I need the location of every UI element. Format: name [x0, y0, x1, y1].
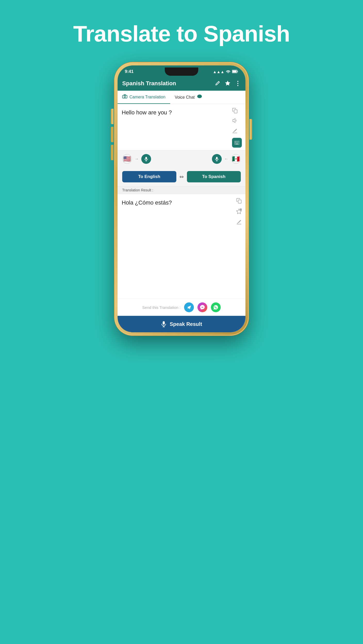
- svg-text:+: +: [240, 209, 241, 210]
- app-header: Spanish Translation ⋮: [118, 76, 245, 91]
- svg-rect-16: [238, 143, 238, 143]
- messenger-share-button[interactable]: [197, 302, 207, 312]
- svg-rect-9: [235, 142, 236, 142]
- telegram-share-button[interactable]: [184, 302, 194, 312]
- svg-point-4: [124, 96, 126, 98]
- input-text: Hello how are you ?: [122, 108, 241, 117]
- input-area: Hello how are you ?: [118, 104, 245, 150]
- svg-point-5: [197, 95, 202, 98]
- svg-rect-15: [237, 143, 237, 143]
- swap-icon[interactable]: ⇔: [179, 174, 184, 180]
- flag-english[interactable]: 🇺🇸: [122, 154, 132, 164]
- phone-mockup: 9:41 ▲▲▲ Spanish Transla: [114, 62, 249, 335]
- more-icon[interactable]: ⋮: [235, 80, 241, 87]
- battery-icon: [232, 70, 238, 74]
- tab-camera[interactable]: Camera Translation: [118, 91, 170, 104]
- svg-rect-12: [238, 142, 238, 142]
- speaker-icon[interactable]: [232, 118, 242, 125]
- svg-rect-13: [235, 143, 236, 143]
- status-time: 9:41: [125, 69, 134, 74]
- keyboard-button[interactable]: [232, 138, 242, 148]
- svg-marker-2: [225, 81, 230, 86]
- svg-rect-18: [145, 157, 147, 159]
- result-label: Translation Result :: [118, 186, 245, 194]
- to-spanish-button[interactable]: To Spanish: [187, 171, 241, 182]
- share-row: Send this Translation :: [118, 299, 245, 316]
- edit-icon[interactable]: [215, 80, 221, 87]
- lang-left: 🇺🇸 →: [122, 154, 151, 164]
- tab-voice[interactable]: Voice Chat: [170, 91, 207, 104]
- arrow-from-mic: ←: [224, 157, 228, 161]
- output-actions: +: [236, 198, 242, 226]
- copy-icon[interactable]: [232, 108, 242, 115]
- arrow-to-mic: →: [135, 157, 139, 161]
- tab-bar: Camera Translation Voice Chat: [118, 91, 245, 104]
- output-area: Hola ¿Cómo estás? +: [118, 194, 245, 299]
- svg-rect-11: [237, 142, 237, 142]
- erase-icon[interactable]: [232, 128, 242, 135]
- output-copy-icon[interactable]: [236, 198, 242, 205]
- star-icon[interactable]: [225, 80, 230, 87]
- mic-left[interactable]: [141, 154, 151, 164]
- lang-right: ← 🇲🇽: [212, 154, 241, 164]
- svg-rect-1: [233, 70, 237, 72]
- camera-icon: [122, 94, 127, 100]
- app-header-title: Spanish Translation: [122, 80, 215, 87]
- speak-result-button[interactable]: Speak Result: [118, 316, 245, 332]
- output-text: Hola ¿Cómo estás?: [122, 198, 241, 207]
- whatsapp-share-button[interactable]: [211, 302, 221, 312]
- mic-right[interactable]: [212, 154, 222, 164]
- signal-icon: ▲▲▲: [213, 70, 224, 74]
- output-erase-icon[interactable]: [236, 219, 242, 226]
- speak-result-label: Speak Result: [170, 321, 202, 327]
- wifi-icon: [226, 70, 230, 74]
- svg-rect-21: [216, 157, 218, 159]
- svg-rect-6: [234, 110, 237, 113]
- to-english-button[interactable]: To English: [122, 171, 176, 182]
- status-icons: ▲▲▲: [213, 70, 238, 74]
- svg-rect-17: [236, 144, 238, 144]
- phone-screen: 9:41 ▲▲▲ Spanish Transla: [118, 65, 245, 332]
- share-label: Send this Translation :: [142, 305, 180, 310]
- svg-rect-14: [236, 143, 237, 143]
- tab-camera-label: Camera Translation: [129, 95, 166, 99]
- header-icons: ⋮: [215, 80, 241, 87]
- flag-spanish[interactable]: 🇲🇽: [231, 154, 241, 164]
- output-star-icon[interactable]: +: [236, 208, 242, 215]
- phone-notch: [165, 67, 198, 76]
- translation-buttons: To English ⇔ To Spanish: [118, 167, 245, 186]
- lang-selector: 🇺🇸 →: [118, 150, 245, 167]
- svg-rect-24: [238, 200, 241, 203]
- input-actions: [232, 108, 242, 148]
- svg-rect-28: [163, 321, 165, 325]
- svg-marker-7: [233, 118, 235, 123]
- tab-voice-label: Voice Chat: [175, 95, 195, 100]
- chat-icon: [197, 94, 202, 101]
- svg-rect-10: [236, 142, 237, 142]
- page-title: Translate to Spanish: [73, 21, 290, 47]
